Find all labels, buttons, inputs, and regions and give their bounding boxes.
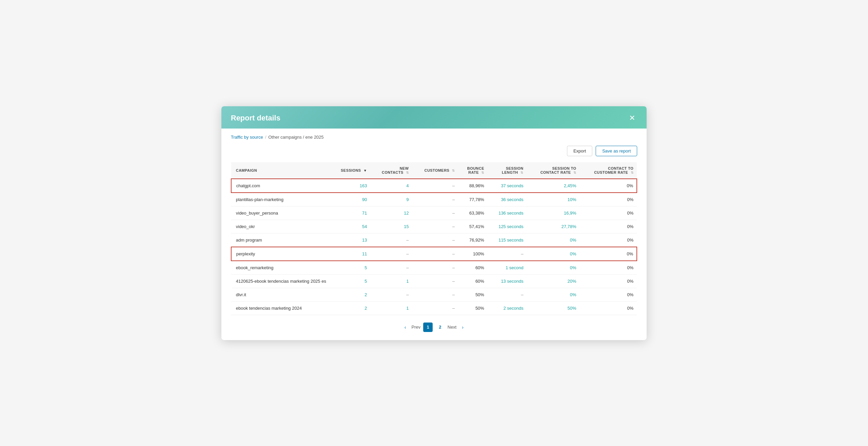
- cell-bounce_rate: 77,78%: [458, 193, 488, 206]
- cell-session_to_contact_rate: 50%: [527, 301, 580, 315]
- breadcrumb-separator: /: [265, 135, 266, 140]
- cell-session_to_contact_rate: 10%: [527, 193, 580, 206]
- cell-session_to_contact_rate: 0%: [527, 247, 580, 261]
- cell-sessions: 54: [329, 220, 370, 233]
- table-row: plantillas-plan-marketing909–77,78%36 se…: [231, 193, 637, 206]
- col-header-campaign[interactable]: CAMPAIGN: [231, 162, 329, 179]
- cell-contact_to_customer_rate: 0%: [580, 288, 637, 301]
- cell-customers: –: [412, 288, 458, 301]
- cell-contact_to_customer_rate: 0%: [580, 261, 637, 275]
- next-page-button[interactable]: ›: [459, 323, 466, 331]
- table-body: chatgpt.com1634–88,96%37 seconds2,45%0%p…: [231, 179, 637, 315]
- table-row: ebook tendencias marketing 202421–50%2 s…: [231, 301, 637, 315]
- close-button[interactable]: ✕: [627, 114, 637, 122]
- table-row: video_okr5415–57,41%125 seconds27,78%0%: [231, 220, 637, 233]
- cell-campaign: plantillas-plan-marketing: [231, 193, 329, 206]
- cell-sessions: 11: [329, 247, 370, 261]
- cell-contact_to_customer_rate: 0%: [580, 220, 637, 233]
- table-header: CAMPAIGN SESSIONS NEWCONTACTS CUSTOMERS: [231, 162, 637, 179]
- col-header-contact-to-customer[interactable]: CONTACT TOCUSTOMER RATE: [580, 162, 637, 179]
- contact-to-customer-sort-icon: [631, 171, 633, 174]
- cell-customers: –: [412, 220, 458, 233]
- col-label-new-contacts: NEWCONTACTS: [382, 166, 409, 174]
- modal-body: Traffic by source / Other campaigns / en…: [221, 129, 647, 340]
- table-row: ebook_remarketing5––60%1 second0%0%: [231, 261, 637, 275]
- cell-campaign: adm program: [231, 233, 329, 247]
- col-header-session-length[interactable]: SESSIONLENGTH: [488, 162, 527, 179]
- cell-sessions: 5: [329, 274, 370, 288]
- table-row: 4120625-ebook tendencias marketing 2025 …: [231, 274, 637, 288]
- export-button[interactable]: Export: [567, 146, 593, 156]
- cell-new_contacts: 1: [370, 301, 412, 315]
- bounce-rate-sort-icon: [481, 171, 484, 174]
- cell-session_to_contact_rate: 27,78%: [527, 220, 580, 233]
- session-to-contact-sort-icon: [573, 171, 576, 174]
- col-header-new-contacts[interactable]: NEWCONTACTS: [370, 162, 412, 179]
- new-contacts-sort-icon: [406, 171, 409, 174]
- cell-campaign: dlvr.it: [231, 288, 329, 301]
- col-header-customers[interactable]: CUSTOMERS: [412, 162, 458, 179]
- modal-title: Report details: [231, 114, 280, 122]
- cell-sessions: 13: [329, 233, 370, 247]
- cell-customers: –: [412, 274, 458, 288]
- cell-customers: –: [412, 233, 458, 247]
- cell-new_contacts: 15: [370, 220, 412, 233]
- session-length-sort-icon: [520, 171, 523, 174]
- cell-bounce_rate: 100%: [458, 247, 488, 261]
- cell-bounce_rate: 50%: [458, 301, 488, 315]
- cell-bounce_rate: 60%: [458, 274, 488, 288]
- cell-sessions: 2: [329, 288, 370, 301]
- cell-session_length: 13 seconds: [488, 274, 527, 288]
- toolbar: Export Save as report: [231, 146, 637, 156]
- page-2-button[interactable]: 2: [435, 323, 445, 332]
- breadcrumb-traffic-by-source[interactable]: Traffic by source: [231, 135, 263, 140]
- table-row: dlvr.it2––50%–0%0%: [231, 288, 637, 301]
- cell-new_contacts: 9: [370, 193, 412, 206]
- cell-session_to_contact_rate: 0%: [527, 233, 580, 247]
- cell-campaign: ebook_remarketing: [231, 261, 329, 275]
- cell-contact_to_customer_rate: 0%: [580, 301, 637, 315]
- prev-page-label: Prev: [411, 325, 421, 330]
- cell-customers: –: [412, 193, 458, 206]
- cell-contact_to_customer_rate: 0%: [580, 179, 637, 193]
- cell-session_length: 115 seconds: [488, 233, 527, 247]
- prev-page-button[interactable]: ‹: [402, 323, 409, 331]
- modal-header: Report details ✕: [221, 106, 647, 129]
- data-table: CAMPAIGN SESSIONS NEWCONTACTS CUSTOMERS: [231, 162, 637, 315]
- page-1-button[interactable]: 1: [423, 323, 433, 332]
- next-page-label: Next: [447, 325, 457, 330]
- sessions-sort-icon: [363, 169, 367, 172]
- col-header-session-to-contact[interactable]: SESSION TOCONTACT RATE: [527, 162, 580, 179]
- col-header-sessions[interactable]: SESSIONS: [329, 162, 370, 179]
- cell-session_length: 2 seconds: [488, 301, 527, 315]
- next-chevron-icon: ›: [462, 325, 464, 330]
- col-label-customers: CUSTOMERS: [425, 168, 450, 172]
- cell-bounce_rate: 88,96%: [458, 179, 488, 193]
- breadcrumb-current: Other campaigns / ene 2025: [268, 135, 324, 140]
- report-details-modal: Report details ✕ Traffic by source / Oth…: [221, 106, 647, 340]
- customers-sort-icon: [452, 169, 455, 172]
- prev-chevron-icon: ‹: [405, 325, 406, 330]
- cell-customers: –: [412, 206, 458, 220]
- cell-session_length: –: [488, 247, 527, 261]
- cell-customers: –: [412, 261, 458, 275]
- cell-bounce_rate: 76,92%: [458, 233, 488, 247]
- col-label-campaign: CAMPAIGN: [236, 168, 257, 172]
- cell-contact_to_customer_rate: 0%: [580, 193, 637, 206]
- cell-session_length: 36 seconds: [488, 193, 527, 206]
- cell-campaign: perplexity: [231, 247, 329, 261]
- cell-session_to_contact_rate: 16,9%: [527, 206, 580, 220]
- col-label-sessions: SESSIONS: [341, 168, 361, 172]
- table-row: perplexity11––100%–0%0%: [231, 247, 637, 261]
- cell-session_length: 37 seconds: [488, 179, 527, 193]
- col-header-bounce-rate[interactable]: BOUNCERATE: [458, 162, 488, 179]
- cell-session_length: 136 seconds: [488, 206, 527, 220]
- save-as-report-button[interactable]: Save as report: [596, 146, 637, 156]
- table-row: adm program13––76,92%115 seconds0%0%: [231, 233, 637, 247]
- cell-new_contacts: –: [370, 247, 412, 261]
- cell-new_contacts: –: [370, 261, 412, 275]
- cell-bounce_rate: 50%: [458, 288, 488, 301]
- table-row: chatgpt.com1634–88,96%37 seconds2,45%0%: [231, 179, 637, 193]
- cell-campaign: video_okr: [231, 220, 329, 233]
- cell-sessions: 5: [329, 261, 370, 275]
